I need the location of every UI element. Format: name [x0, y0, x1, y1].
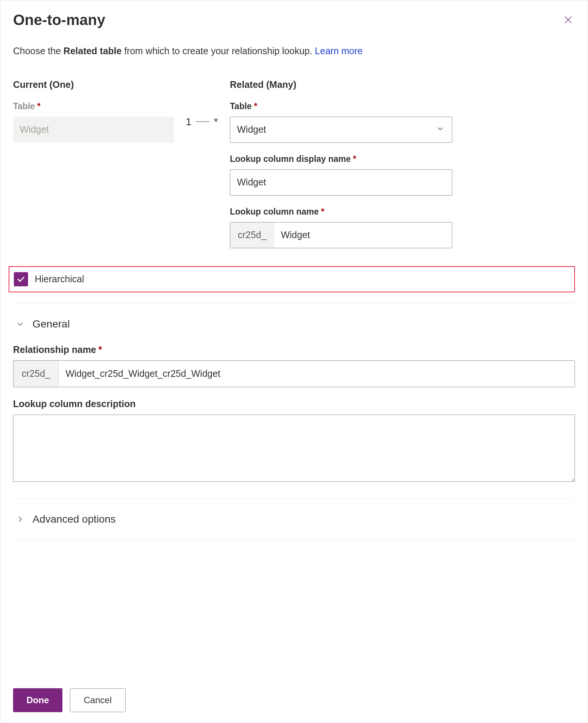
panel-header: One-to-many	[13, 12, 575, 28]
cardinality-many: *	[214, 116, 218, 128]
current-column: Current (One) Table *	[13, 79, 174, 143]
tables-row: Current (One) Table * 1 * Related (Many)…	[13, 79, 575, 259]
general-section-body: Relationship name * cr25d_ Lookup column…	[13, 344, 575, 499]
done-button[interactable]: Done	[13, 688, 62, 712]
learn-more-link[interactable]: Learn more	[315, 46, 363, 56]
relationship-name-label: Relationship name *	[13, 344, 575, 355]
chevron-down-icon	[15, 319, 25, 329]
required-indicator: *	[254, 101, 257, 111]
required-indicator: *	[98, 344, 102, 355]
advanced-section-label: Advanced options	[33, 513, 116, 525]
required-indicator: *	[321, 207, 324, 217]
lookup-display-name-field: Lookup column display name *	[230, 154, 452, 196]
lookup-column-name-field: Lookup column name * cr25d_	[230, 207, 452, 248]
lookup-column-name-input-group: cr25d_	[230, 222, 452, 248]
lookup-description-label: Lookup column description	[13, 399, 575, 409]
related-table-value[interactable]	[230, 117, 452, 143]
current-heading: Current (One)	[13, 79, 174, 90]
lookup-display-name-input[interactable]	[230, 169, 452, 196]
current-table-label: Table *	[13, 101, 174, 111]
related-table-select[interactable]	[230, 117, 452, 143]
general-section-label: General	[33, 318, 70, 330]
close-icon	[563, 15, 573, 25]
general-section-toggle[interactable]: General	[13, 304, 575, 344]
lookup-display-name-label-text: Lookup column display name	[230, 154, 351, 164]
relationship-name-input[interactable]	[59, 361, 575, 387]
related-table-label-text: Table	[230, 101, 252, 111]
required-indicator: *	[37, 101, 40, 111]
cardinality-indicator: 1 *	[174, 116, 230, 128]
lookup-column-name-input[interactable]	[274, 222, 452, 248]
related-table-field: Table *	[230, 101, 452, 143]
divider	[13, 539, 575, 540]
related-column: Related (Many) Table * Lookup column dis…	[230, 79, 452, 259]
relationship-name-input-group: cr25d_	[13, 360, 575, 387]
cancel-button[interactable]: Cancel	[70, 688, 126, 712]
intro-suffix: from which to create your relationship l…	[121, 46, 315, 56]
cardinality-one: 1	[186, 116, 192, 128]
current-table-input	[13, 117, 174, 143]
advanced-section-toggle[interactable]: Advanced options	[13, 499, 575, 539]
intro-bold: Related table	[64, 46, 122, 56]
intro-prefix: Choose the	[13, 46, 64, 56]
chevron-right-icon	[15, 514, 25, 524]
relationship-name-label-text: Relationship name	[13, 344, 96, 355]
lookup-column-name-label-text: Lookup column name	[230, 207, 319, 217]
panel-title: One-to-many	[13, 12, 105, 28]
related-table-label: Table *	[230, 101, 452, 111]
relationship-name-prefix: cr25d_	[13, 361, 59, 387]
required-indicator: *	[353, 154, 356, 164]
one-to-many-panel: One-to-many Choose the Related table fro…	[0, 0, 588, 723]
intro-text: Choose the Related table from which to c…	[13, 45, 575, 58]
related-heading: Related (Many)	[230, 79, 452, 90]
lookup-display-name-label: Lookup column display name *	[230, 154, 452, 164]
close-button[interactable]	[561, 13, 575, 27]
hierarchical-checkbox[interactable]	[14, 272, 28, 286]
hierarchical-label: Hierarchical	[35, 274, 84, 284]
hierarchical-row: Hierarchical	[9, 266, 575, 292]
check-icon	[16, 274, 26, 284]
lookup-description-textarea[interactable]	[13, 415, 575, 482]
lookup-column-name-label: Lookup column name *	[230, 207, 452, 217]
cardinality-line-icon	[196, 121, 209, 122]
current-table-label-text: Table	[13, 101, 35, 111]
lookup-column-name-prefix: cr25d_	[230, 222, 274, 248]
footer-actions: Done Cancel	[13, 677, 575, 712]
